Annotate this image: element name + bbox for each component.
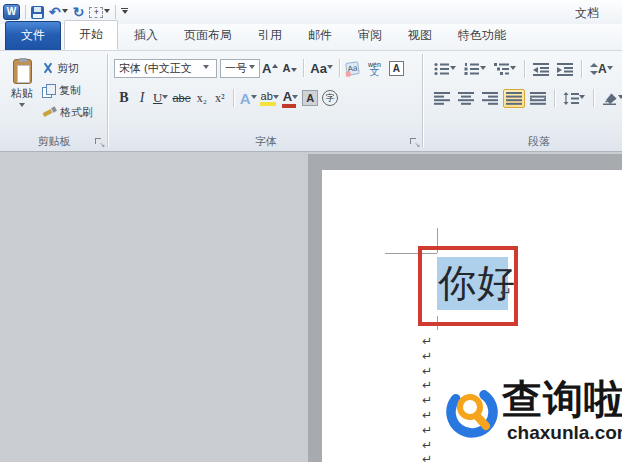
font-dialog-launcher[interactable] <box>409 137 420 148</box>
custom-command-button[interactable]: + <box>89 7 110 18</box>
strikethrough-button[interactable]: abe <box>170 88 192 108</box>
font-row-2: B I U abe x₂ x² A ab A <box>115 86 340 110</box>
align-right-button[interactable] <box>479 89 501 108</box>
shading-button[interactable] <box>599 88 622 108</box>
underline-button[interactable]: U <box>151 88 170 108</box>
distribute-button[interactable] <box>527 89 549 108</box>
justify-button[interactable] <box>503 89 525 108</box>
paste-button[interactable]: 粘贴 <box>5 55 39 131</box>
multilevel-list-button[interactable] <box>491 59 519 79</box>
copy-button[interactable]: 复制 <box>42 79 93 101</box>
enclose-characters-button[interactable]: 字 <box>320 88 340 108</box>
chevron-down-icon[interactable] <box>249 65 255 72</box>
divider <box>339 59 340 77</box>
italic-button[interactable]: I <box>133 88 151 108</box>
font-color-button[interactable]: A <box>281 88 300 108</box>
divider <box>524 60 525 78</box>
chevron-down-icon[interactable] <box>579 95 585 102</box>
paragraph-row-1: A <box>430 59 617 79</box>
chevron-down-icon[interactable] <box>607 66 613 73</box>
chevron-down-icon[interactable] <box>450 66 456 73</box>
paste-label: 粘贴 <box>11 86 33 101</box>
chevron-down-icon[interactable] <box>203 65 209 72</box>
brush-icon <box>42 106 56 118</box>
chevron-down-icon[interactable] <box>104 9 110 16</box>
distribute-icon <box>530 92 546 105</box>
paragraph-group-label: 段落 <box>454 134 622 149</box>
tab-mailings[interactable]: 邮件 <box>295 22 345 50</box>
clipboard-dialog-launcher[interactable] <box>94 137 105 148</box>
tab-page-layout[interactable]: 页面布局 <box>171 22 245 50</box>
chevron-down-icon[interactable] <box>510 66 516 73</box>
tab-file[interactable]: 文件 <box>5 21 61 50</box>
chevron-down-icon[interactable] <box>618 95 622 102</box>
tab-special-features[interactable]: 特色功能 <box>445 22 519 50</box>
red-annotation-box <box>418 246 518 326</box>
align-center-button[interactable] <box>455 89 477 108</box>
word-window: W ↶ ↻ + 文档 文件 开始 插入 页面布局 引用 邮件 审 <box>0 0 622 462</box>
undo-icon: ↶ <box>49 5 61 19</box>
paragraph-mark: ↵ <box>422 364 432 379</box>
document-page[interactable]: 你好 ↵ ↵ ↵ ↵ ↵ ↵ ↵ ↵ ↵ ↵ 查询啦 chaxunla.com <box>322 170 622 462</box>
font-name-value: 宋体 (中文正文 <box>119 61 203 76</box>
tab-references[interactable]: 引用 <box>245 22 295 50</box>
chevron-down-icon[interactable] <box>292 95 298 102</box>
grow-font-button[interactable]: A <box>260 58 280 78</box>
character-border-button[interactable]: A <box>387 58 406 78</box>
format-painter-label: 格式刷 <box>60 105 93 120</box>
paragraph-mark: ↵ <box>422 438 432 453</box>
font-group-label: 字体 <box>109 134 423 149</box>
character-shading-icon: A <box>302 90 318 106</box>
tab-view[interactable]: 视图 <box>395 22 445 50</box>
bold-button[interactable]: B <box>115 88 133 108</box>
font-size-combobox[interactable]: 一号 <box>220 59 260 78</box>
chevron-down-icon[interactable] <box>62 9 68 16</box>
font-name-combobox[interactable]: 宋体 (中文正文 <box>114 59 217 78</box>
customize-qat-button[interactable] <box>121 8 128 17</box>
document-workspace: 你好 ↵ ↵ ↵ ↵ ↵ ↵ ↵ ↵ ↵ ↵ 查询啦 chaxunla.com <box>0 152 622 462</box>
align-center-icon <box>458 92 474 105</box>
quick-access-toolbar: W ↶ ↻ + <box>3 3 128 21</box>
superscript-button[interactable]: x² <box>211 88 229 108</box>
asian-layout-button[interactable]: A <box>587 59 616 79</box>
font-color-icon: A <box>283 89 292 108</box>
numbering-button[interactable] <box>461 59 489 79</box>
chevron-down-icon[interactable] <box>480 66 486 73</box>
paragraph-mark: ↵ <box>422 423 432 438</box>
subscript-button[interactable]: x₂ <box>193 88 211 108</box>
increase-indent-button[interactable] <box>554 59 576 79</box>
font-row-1: 宋体 (中文正文 一号 A A Aa Aa <box>114 58 406 78</box>
numbered-list-icon <box>464 62 480 76</box>
phonetic-guide-button[interactable]: wén 文 <box>362 58 387 78</box>
align-left-button[interactable] <box>431 89 453 108</box>
redo-button[interactable]: ↻ <box>73 5 85 19</box>
tab-insert[interactable]: 插入 <box>121 22 171 50</box>
clear-formatting-button[interactable]: Aa <box>344 58 362 78</box>
tab-review[interactable]: 审阅 <box>345 22 395 50</box>
decrease-indent-button[interactable] <box>530 59 552 79</box>
line-spacing-button[interactable] <box>560 89 588 108</box>
tab-home[interactable]: 开始 <box>64 20 118 50</box>
bullets-button[interactable] <box>431 59 459 79</box>
text-effects-button[interactable]: A <box>238 88 259 108</box>
format-painter-button[interactable]: 格式刷 <box>42 101 93 123</box>
word-app-icon[interactable]: W <box>3 4 20 20</box>
change-case-button[interactable]: Aa <box>308 58 335 78</box>
increase-indent-icon <box>557 62 573 76</box>
save-button[interactable] <box>31 6 44 19</box>
character-shading-button[interactable]: A <box>300 88 320 108</box>
chevron-down-icon[interactable] <box>251 95 257 102</box>
shrink-font-button[interactable]: A <box>280 58 299 78</box>
chevron-down-icon[interactable] <box>162 95 168 102</box>
chevron-down-icon[interactable] <box>273 95 279 102</box>
divider <box>581 60 582 78</box>
phonetic-guide-icon: wén 文 <box>368 61 381 75</box>
text-highlight-button[interactable]: ab <box>259 88 281 108</box>
chevron-down-icon[interactable] <box>19 103 25 110</box>
ribbon: 粘贴 剪切 复制 格式刷 剪贴板 <box>0 50 622 152</box>
paragraph-mark: ↵ <box>422 378 432 393</box>
undo-button[interactable]: ↶ <box>49 5 68 19</box>
window-title: 文档 <box>575 5 622 22</box>
cut-button[interactable]: 剪切 <box>42 57 93 79</box>
group-separator <box>422 54 423 147</box>
